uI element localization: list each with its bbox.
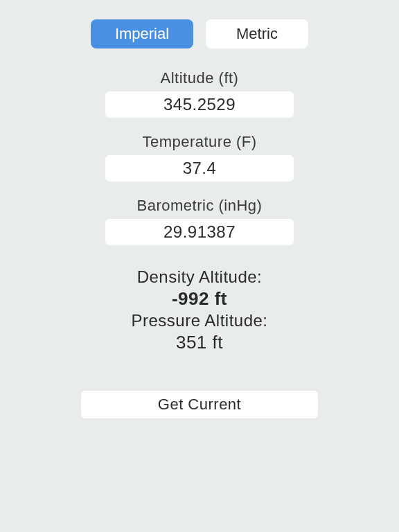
density-altitude-value: -992 ft xyxy=(172,288,227,310)
unit-tabs: Imperial Metric xyxy=(91,19,308,48)
altitude-input[interactable] xyxy=(105,91,294,118)
tab-imperial[interactable]: Imperial xyxy=(91,19,193,48)
temperature-input[interactable] xyxy=(105,155,294,181)
barometric-label: Barometric (inHg) xyxy=(137,197,263,215)
density-altitude-label: Density Altitude: xyxy=(137,267,263,287)
get-current-button[interactable]: Get Current xyxy=(81,391,318,418)
pressure-altitude-label: Pressure Altitude: xyxy=(131,311,267,330)
results-section: Density Altitude: -992 ft Pressure Altit… xyxy=(131,266,267,353)
barometric-group: Barometric (inHg) xyxy=(105,197,294,245)
altitude-label: Altitude (ft) xyxy=(161,69,239,87)
pressure-altitude-value: 351 ft xyxy=(176,332,223,353)
temperature-label: Temperature (F) xyxy=(142,133,256,151)
altitude-group: Altitude (ft) xyxy=(105,69,294,118)
temperature-group: Temperature (F) xyxy=(105,133,294,181)
barometric-input[interactable] xyxy=(105,219,294,245)
tab-metric[interactable]: Metric xyxy=(206,19,308,48)
